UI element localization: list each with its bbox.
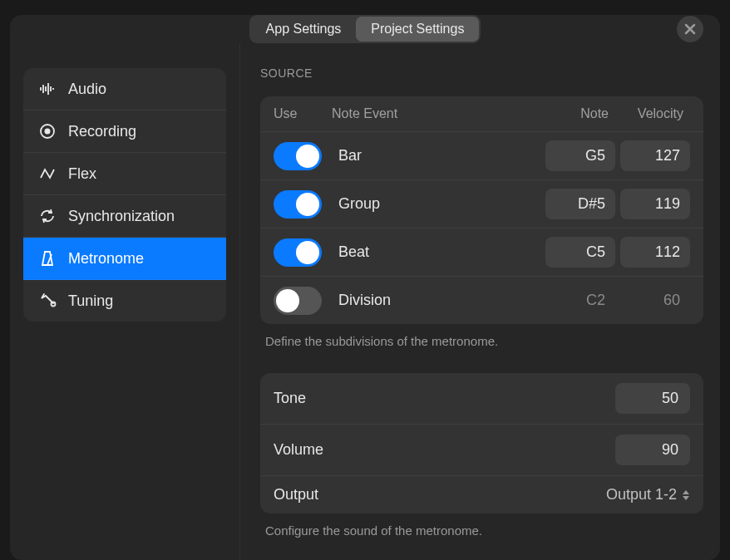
use-toggle-beat[interactable] (274, 238, 322, 267)
volume-label: Volume (274, 441, 323, 459)
sidebar-item-audio[interactable]: Audio (23, 68, 226, 111)
sidebar-item-label: Recording (68, 123, 136, 140)
note-event-label: Group (332, 195, 540, 213)
sidebar-item-recording[interactable]: Recording (23, 111, 226, 153)
use-toggle-group[interactable] (274, 190, 322, 219)
sidebar-item-metronome[interactable]: Metronome (23, 238, 226, 280)
note-event-label: Division (332, 292, 540, 309)
svg-point-1 (45, 129, 51, 135)
velocity-field-bar[interactable]: 127 (620, 140, 690, 171)
source-row-bar: Bar G5 127 (260, 131, 703, 179)
column-note: Note (540, 106, 615, 121)
use-toggle-bar[interactable] (274, 142, 322, 170)
source-section-header: SOURCE (260, 66, 703, 80)
waveform-icon (38, 80, 57, 98)
use-toggle-division[interactable] (274, 287, 322, 315)
sidebar-item-label: Flex (68, 165, 96, 183)
output-row: Output Output 1-2 (260, 476, 703, 513)
flex-icon (38, 165, 57, 183)
column-use: Use (274, 106, 332, 121)
source-row-group: Group D#5 119 (260, 179, 703, 228)
sidebar: Audio Recording (10, 43, 240, 560)
source-row-beat: Beat C5 112 (260, 228, 703, 276)
content: Audio Recording (10, 43, 720, 560)
tab-group: App Settings Project Settings (249, 15, 481, 43)
output-label: Output (274, 486, 318, 504)
note-field-group[interactable]: D#5 (545, 189, 615, 219)
sound-panel: Tone 50 Volume 90 Output Output 1-2 (260, 373, 703, 513)
close-button[interactable] (677, 16, 703, 42)
note-field-bar[interactable]: G5 (545, 140, 615, 171)
tone-row: Tone 50 (260, 373, 703, 425)
velocity-field-division[interactable]: 60 (620, 285, 690, 316)
top-bar: App Settings Project Settings (10, 15, 720, 43)
velocity-field-group[interactable]: 119 (620, 189, 690, 219)
volume-field[interactable]: 90 (615, 435, 690, 465)
sidebar-item-tuning[interactable]: Tuning (23, 280, 226, 322)
output-select[interactable]: Output 1-2 (606, 486, 690, 504)
tab-project-settings[interactable]: Project Settings (356, 17, 479, 42)
note-event-label: Beat (332, 243, 540, 261)
sidebar-item-label: Tuning (68, 292, 113, 310)
tab-app-settings[interactable]: App Settings (251, 17, 357, 42)
stepper-icon (682, 490, 690, 500)
source-hint: Define the subdivisions of the metronome… (265, 334, 703, 348)
sidebar-item-label: Synchronization (68, 208, 175, 225)
record-icon (38, 122, 57, 140)
main-panel: SOURCE Use Note Event Note Velocity Bar … (240, 43, 720, 560)
sidebar-list: Audio Recording (23, 68, 226, 322)
output-value-text: Output 1-2 (606, 486, 677, 504)
sound-hint: Configure the sound of the metronome. (265, 523, 703, 538)
source-row-division: Division C2 60 (260, 276, 703, 324)
sidebar-item-sync[interactable]: Synchronization (23, 195, 226, 238)
volume-row: Volume 90 (260, 425, 703, 476)
note-field-division[interactable]: C2 (545, 285, 615, 316)
sidebar-item-label: Audio (68, 81, 106, 98)
source-panel: Use Note Event Note Velocity Bar G5 127 … (260, 96, 703, 324)
tone-label: Tone (274, 390, 306, 407)
sidebar-item-flex[interactable]: Flex (23, 153, 226, 195)
column-velocity: Velocity (615, 106, 690, 121)
note-event-label: Bar (332, 147, 540, 165)
settings-modal: App Settings Project Settings Audio (10, 15, 720, 560)
metronome-icon (38, 249, 57, 268)
source-columns-header: Use Note Event Note Velocity (260, 96, 703, 131)
sync-icon (38, 207, 57, 225)
svg-point-2 (52, 302, 56, 307)
close-icon (684, 23, 696, 35)
sidebar-item-label: Metronome (68, 250, 144, 268)
velocity-field-beat[interactable]: 112 (620, 237, 690, 268)
note-field-beat[interactable]: C5 (545, 237, 615, 268)
tone-field[interactable]: 50 (615, 383, 690, 414)
tuning-icon (38, 292, 57, 310)
column-note-event: Note Event (332, 106, 540, 121)
